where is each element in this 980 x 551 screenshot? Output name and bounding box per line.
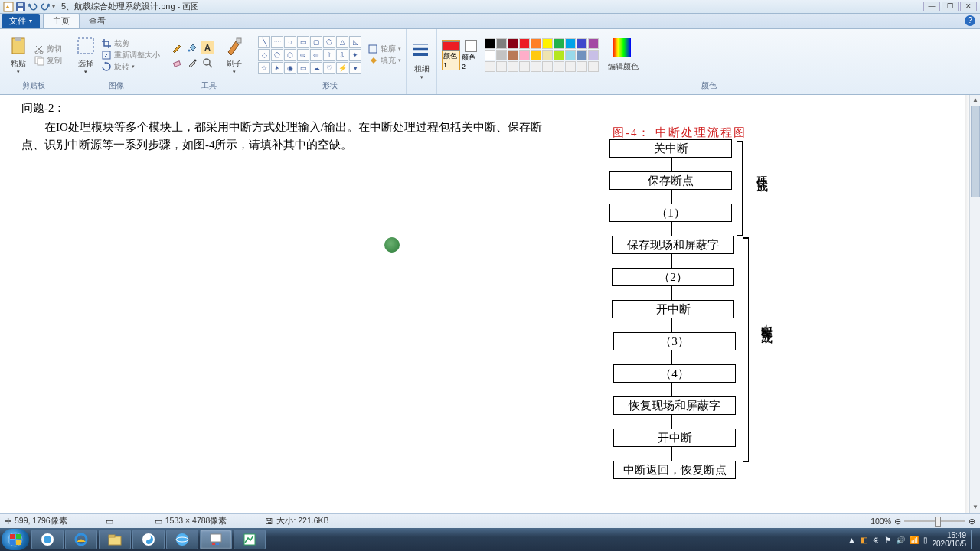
shape-darrow[interactable]: ⇩: [336, 49, 348, 61]
shape-larrow[interactable]: ⇦: [310, 49, 322, 61]
palette-color[interactable]: [577, 50, 587, 60]
shape-callout-cloud[interactable]: ☁: [310, 62, 322, 74]
shape-rtriangle[interactable]: ◺: [349, 36, 361, 48]
palette-color[interactable]: [496, 61, 507, 72]
fill-tool[interactable]: [185, 41, 199, 54]
undo-icon[interactable]: [28, 2, 38, 12]
resize-button[interactable]: 重新调整大小: [101, 50, 160, 60]
palette-color[interactable]: [588, 50, 599, 60]
taskbar-app-explorer[interactable]: [99, 530, 131, 549]
palette-color[interactable]: [485, 61, 495, 72]
brushes-button[interactable]: 刷子 ▾: [220, 34, 248, 77]
help-button[interactable]: ?: [965, 15, 975, 26]
crop-button[interactable]: 裁剪: [101, 38, 160, 49]
palette-color[interactable]: [565, 61, 576, 72]
pencil-tool[interactable]: [170, 41, 184, 54]
maximize-button[interactable]: ❐: [942, 2, 959, 11]
tray-icon[interactable]: 🔊: [896, 536, 905, 544]
tray-icon[interactable]: ⚑: [884, 536, 891, 544]
palette-color[interactable]: [531, 50, 541, 60]
shapes-gallery[interactable]: ╲〰○▭▢⬠△◺ ◇⬠⬡⇨⇦⇧⇩✦ ☆✶◉▭☁♡⚡▾: [258, 36, 361, 74]
palette-color[interactable]: [485, 38, 495, 49]
taskbar-app-1[interactable]: [31, 530, 64, 549]
clock[interactable]: 15:492020/10/5: [933, 531, 967, 548]
zoom-slider[interactable]: [904, 520, 965, 522]
zoom-tool[interactable]: [201, 56, 214, 70]
color1-button[interactable]: 颜色 1: [442, 40, 460, 70]
cut-button[interactable]: 剪切: [34, 44, 62, 54]
shape-diamond[interactable]: ◇: [258, 49, 270, 61]
shape-more[interactable]: ▾: [349, 62, 361, 74]
redo-icon[interactable]: [40, 2, 51, 12]
palette-color[interactable]: [542, 50, 553, 60]
palette-color[interactable]: [554, 61, 564, 72]
taskbar-app-ie[interactable]: [65, 530, 97, 549]
tray-icon[interactable]: ◧: [861, 536, 867, 544]
tab-view[interactable]: 查看: [80, 14, 115, 28]
tray-icon[interactable]: ⛯: [872, 536, 880, 544]
shape-uarrow[interactable]: ⇧: [323, 49, 335, 61]
scroll-thumb[interactable]: [971, 106, 980, 197]
palette-color[interactable]: [519, 61, 530, 72]
scroll-down-button[interactable]: ▼: [970, 502, 980, 513]
file-tab[interactable]: 文件: [2, 14, 40, 28]
taskbar-app-4[interactable]: [234, 530, 266, 549]
show-desktop-button[interactable]: [971, 530, 977, 549]
picker-tool[interactable]: [185, 56, 199, 70]
start-button[interactable]: [2, 529, 29, 550]
palette-color[interactable]: [565, 50, 576, 60]
palette-color[interactable]: [519, 38, 530, 49]
palette-color[interactable]: [554, 38, 564, 49]
palette-color[interactable]: [588, 38, 599, 49]
rotate-button[interactable]: 旋转▾: [101, 61, 160, 72]
shape-polygon[interactable]: ⬠: [323, 36, 335, 48]
eraser-tool[interactable]: [170, 56, 184, 70]
zoom-out-button[interactable]: ⊖: [894, 517, 901, 526]
paste-button[interactable]: 粘贴 ▾: [5, 34, 32, 77]
close-button[interactable]: ✕: [960, 2, 977, 11]
taskbar-app-3[interactable]: [166, 530, 198, 549]
shape-heart[interactable]: ♡: [323, 62, 335, 74]
minimize-button[interactable]: —: [923, 2, 940, 11]
shape-rect[interactable]: ▭: [297, 36, 309, 48]
palette-color[interactable]: [577, 38, 587, 49]
palette-color[interactable]: [508, 38, 518, 49]
palette-color[interactable]: [531, 38, 541, 49]
palette-color[interactable]: [542, 61, 553, 72]
text-tool[interactable]: A: [201, 41, 214, 54]
save-icon[interactable]: [15, 2, 26, 12]
shape-curve[interactable]: 〰: [271, 36, 283, 48]
palette-color[interactable]: [542, 38, 553, 49]
shape-lightning[interactable]: ⚡: [336, 62, 348, 74]
stroke-button[interactable]: 粗细▾: [408, 39, 436, 82]
shape-callout-rect[interactable]: ▭: [297, 62, 309, 74]
copy-button[interactable]: 复制: [34, 55, 62, 66]
taskbar-app-2[interactable]: [132, 530, 165, 549]
scroll-up-button[interactable]: ▲: [970, 95, 980, 106]
shape-rarrow[interactable]: ⇨: [297, 49, 309, 61]
vertical-scrollbar[interactable]: ▲ ▼: [969, 95, 980, 513]
shape-6star[interactable]: ✶: [271, 62, 283, 74]
shape-4star[interactable]: ✦: [349, 49, 361, 61]
canvas[interactable]: 问题-2： 在IO处理模块等多个模块上，都采用中断方式处理输入/输出。在中断处理…: [0, 95, 969, 513]
fill-button[interactable]: 填充▾: [368, 55, 401, 66]
palette-color[interactable]: [519, 50, 530, 60]
taskbar-app-paint[interactable]: [200, 530, 232, 549]
shape-triangle[interactable]: △: [336, 36, 348, 48]
qat-customize-icon[interactable]: ▾: [52, 3, 55, 10]
tab-home[interactable]: 主页: [43, 13, 80, 28]
outline-button[interactable]: 轮廓▾: [368, 44, 401, 54]
shape-callout-round[interactable]: ◉: [284, 62, 296, 74]
zoom-in-button[interactable]: ⊕: [969, 517, 975, 526]
edit-colors-button[interactable]: 编辑颜色: [605, 37, 642, 73]
palette-color[interactable]: [496, 38, 507, 49]
tray-icon[interactable]: ▲: [848, 536, 856, 544]
palette-color[interactable]: [565, 38, 576, 49]
palette-color[interactable]: [496, 50, 507, 60]
palette-color[interactable]: [531, 61, 541, 72]
tray-icon[interactable]: 📶: [910, 536, 919, 544]
color2-button[interactable]: 颜色 2: [462, 40, 480, 70]
palette-color[interactable]: [554, 50, 564, 60]
shape-pentagon[interactable]: ⬠: [271, 49, 283, 61]
shape-oval[interactable]: ○: [284, 36, 296, 48]
